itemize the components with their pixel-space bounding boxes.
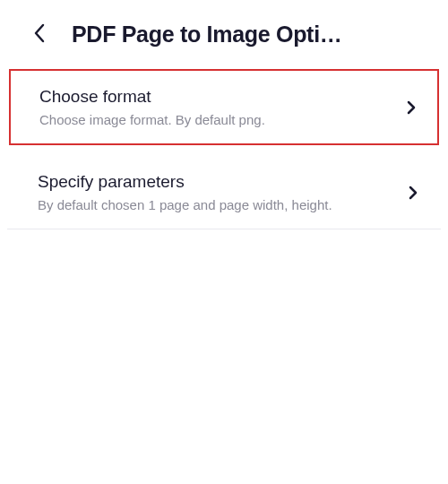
chevron-right-icon — [407, 100, 416, 115]
back-button[interactable] — [27, 22, 52, 48]
option-subtitle: By default chosen 1 page and page width,… — [38, 197, 398, 212]
list-item-text: Choose format Choose image format. By de… — [39, 87, 396, 127]
chevron-left-icon — [33, 23, 46, 47]
option-title: Choose format — [39, 87, 396, 107]
options-list: Choose format Choose image format. By de… — [0, 69, 448, 229]
page-title: PDF Page to Image Opti… — [72, 22, 430, 48]
option-choose-format[interactable]: Choose format Choose image format. By de… — [9, 69, 439, 145]
chevron-right-icon — [409, 186, 418, 200]
list-item-text: Specify parameters By default chosen 1 p… — [38, 172, 398, 212]
option-title: Specify parameters — [38, 172, 398, 192]
option-specify-parameters[interactable]: Specify parameters By default chosen 1 p… — [7, 156, 441, 229]
header: PDF Page to Image Opti… — [0, 0, 448, 69]
option-subtitle: Choose image format. By default png. — [39, 112, 396, 127]
